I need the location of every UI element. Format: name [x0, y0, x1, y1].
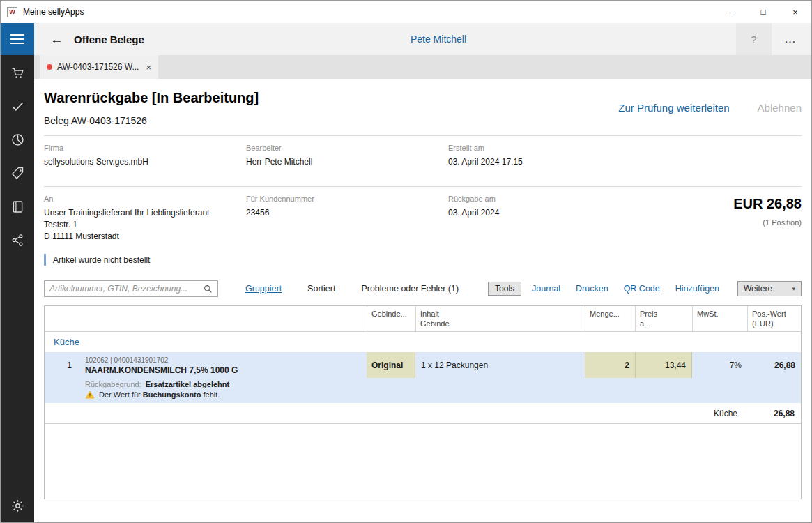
document-note: Artikel wurde nicht bestellt	[44, 254, 802, 266]
tab-document[interactable]: AW-0403-171526 W... ×	[40, 55, 158, 79]
reason-label: Rückgabegrund:	[85, 380, 141, 388]
help-icon: ?	[751, 33, 756, 45]
share-icon	[10, 233, 25, 248]
field-an: An Unser Trainingslieferant Ihr Liebling…	[44, 195, 246, 243]
group-summary-row: Küche 26,88	[45, 403, 801, 424]
field-label: Rückgabe am	[448, 195, 650, 203]
qr-code-link[interactable]: QR Code	[624, 284, 660, 294]
position-number: 1	[45, 361, 78, 370]
sidebar-item-catalog[interactable]	[10, 199, 25, 214]
search-icon[interactable]	[204, 285, 213, 294]
field-label: An	[44, 195, 246, 203]
note-text: Artikel wurde nicht bestellt	[53, 255, 150, 265]
maximize-icon: □	[760, 7, 765, 17]
field-label: Firma	[44, 144, 246, 152]
app-header: ← Offene Belege Pete Mitchell ? …	[1, 23, 811, 55]
table-header-row: Gebinde... InhaltGebinde Menge... Preisa…	[45, 306, 801, 332]
field-label: Bearbeiter	[246, 144, 448, 152]
summary-group-label: Küche	[714, 409, 737, 418]
sidebar-item-cart[interactable]	[10, 66, 25, 80]
item-toolbar: Gruppiert Sortiert Probleme oder Fehler …	[44, 280, 802, 297]
article-codes: 102062 | 04001431901702	[85, 356, 367, 364]
field-label: Erstellt am	[448, 144, 802, 152]
search-input[interactable]	[49, 284, 204, 294]
field-bearbeiter: Bearbeiter Herr Pete Mitchell	[246, 144, 448, 168]
document-header: Warenrückgabe [In Bearbeitung] Zur Prüfu…	[44, 79, 802, 126]
chevron-down-icon: ▾	[792, 285, 795, 292]
sidebar	[1, 55, 34, 522]
summary-group-value: 26,88	[747, 409, 801, 418]
field-value: 03. April 2024	[448, 207, 650, 219]
col-header-number	[45, 306, 78, 331]
hamburger-menu-button[interactable]	[1, 23, 34, 55]
minimize-button[interactable]: –	[715, 1, 747, 23]
preis-cell[interactable]: 13,44	[635, 352, 692, 378]
article-description: 102062 | 04001431901702 NAARM.KONDENSMIL…	[78, 354, 367, 377]
reason-value: Ersatzartikel abgelehnt	[146, 380, 229, 388]
table-row[interactable]: 1 102062 | 04001431901702 NAARM.KONDENSM…	[45, 352, 801, 403]
menge-cell[interactable]: 2	[585, 352, 635, 378]
minimize-icon: –	[728, 7, 733, 17]
back-button[interactable]: ←	[50, 33, 63, 46]
forward-for-review-link[interactable]: Zur Prüfung weiterleiten	[618, 102, 729, 114]
col-header-pos-wert: Pos.-Wert(EUR)	[747, 306, 801, 331]
document-total: EUR 26,88 (1 Position)	[650, 195, 802, 243]
main-content: Warenrückgabe [In Bearbeitung] Zur Prüfu…	[34, 79, 811, 522]
tab-close-icon[interactable]: ×	[146, 62, 151, 73]
col-header-mwst: MwSt.	[692, 306, 747, 331]
weitere-label: Weitere	[744, 284, 772, 294]
help-button[interactable]: ?	[736, 23, 772, 55]
checkmark-icon	[10, 99, 25, 114]
pie-chart-icon	[10, 132, 25, 147]
problems-filter[interactable]: Probleme oder Fehler (1)	[361, 284, 459, 294]
field-value: Herr Pete Mitchell	[246, 156, 448, 168]
cart-icon	[10, 66, 25, 80]
journal-link[interactable]: Journal	[532, 284, 560, 294]
sidebar-item-prices[interactable]	[10, 166, 25, 181]
field-value: 03. April 2024 17:15	[448, 156, 802, 168]
total-amount: EUR 26,88	[650, 196, 802, 212]
current-user[interactable]: Pete Mitchell	[411, 33, 466, 45]
tab-bar: AW-0403-171526 W... ×	[34, 55, 811, 79]
note-marker	[44, 254, 46, 266]
article-search	[44, 280, 218, 297]
book-icon	[10, 199, 25, 214]
document-actions: Zur Prüfung weiterleiten Ablehnen	[618, 102, 802, 114]
print-link[interactable]: Drucken	[576, 284, 608, 294]
col-header-menge: Menge...	[585, 306, 635, 331]
maximize-button[interactable]: □	[747, 1, 779, 23]
window-controls: – □ ×	[715, 1, 811, 23]
sortiert-toggle[interactable]: Sortiert	[307, 284, 335, 294]
gebinde-cell[interactable]: Original	[367, 352, 415, 378]
reject-link[interactable]: Ablehnen	[758, 102, 802, 114]
field-value: 23456	[246, 207, 448, 219]
close-button[interactable]: ×	[779, 1, 811, 23]
field-label: Für Kundennummer	[246, 195, 448, 203]
item-main-row: 1 102062 | 04001431901702 NAARM.KONDENSM…	[45, 352, 801, 378]
sidebar-item-settings[interactable]	[10, 499, 25, 513]
col-header-description	[78, 306, 367, 331]
field-rueckgabe-am: Rückgabe am 03. April 2024	[448, 195, 650, 243]
tab-label: AW-0403-171526 W...	[57, 62, 139, 72]
sidebar-item-reports[interactable]	[10, 132, 25, 147]
col-header-inhalt: InhaltGebinde	[415, 306, 585, 331]
sidebar-item-share[interactable]	[10, 233, 25, 248]
inhalt-cell: 1 x 12 Packungen	[415, 361, 585, 370]
more-options-button[interactable]: …	[775, 23, 806, 55]
hamburger-icon	[10, 34, 24, 36]
table-empty-area	[45, 424, 801, 499]
fields-row-1: Firma sellysolutions Serv.ges.mbH Bearbe…	[44, 136, 802, 177]
gruppiert-toggle[interactable]: Gruppiert	[245, 284, 282, 294]
sidebar-item-tasks[interactable]	[10, 99, 25, 114]
group-header-kueche[interactable]: Küche	[45, 332, 801, 352]
window-title: Meine sellyApps	[23, 7, 84, 17]
position-count: (1 Position)	[650, 218, 802, 227]
weitere-dropdown[interactable]: Weitere ▾	[737, 281, 802, 296]
close-icon: ×	[792, 7, 798, 17]
app-logo-icon: W	[7, 7, 17, 17]
article-name: NAARM.KONDENSMILCH 7,5% 1000 G	[85, 365, 367, 375]
page-title: Offene Belege	[74, 33, 144, 45]
tools-button[interactable]: Tools	[488, 282, 521, 296]
window-titlebar: W Meine sellyApps – □ ×	[1, 1, 811, 23]
add-link[interactable]: Hinzufügen	[675, 284, 719, 294]
